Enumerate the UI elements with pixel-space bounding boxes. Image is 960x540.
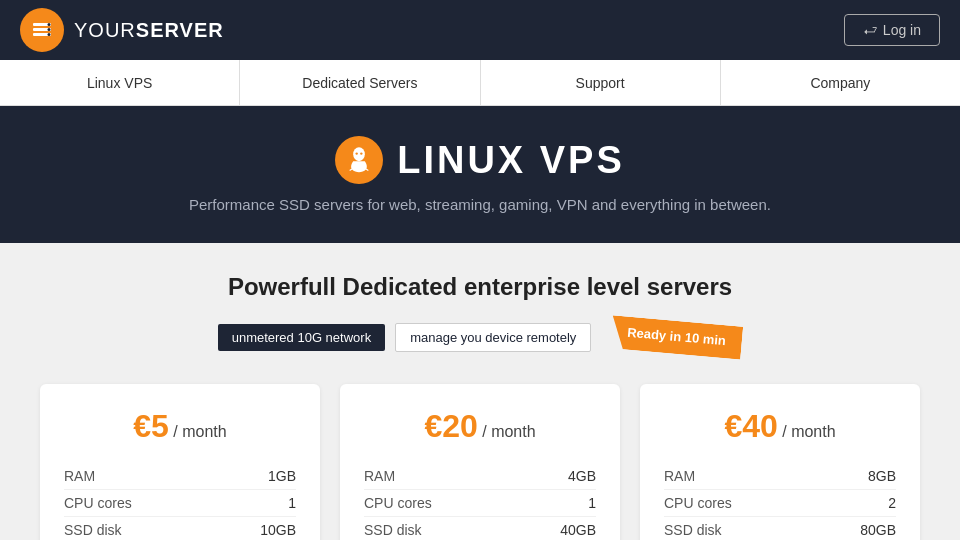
price-period-40: / month <box>782 423 835 440</box>
logo-text: YOURSERVER <box>74 19 224 42</box>
spec-row-cpu-20: CPU cores 1 <box>364 490 596 517</box>
spec-value-ram-5: 1GB <box>268 468 296 484</box>
nav-item-company[interactable]: Company <box>721 60 960 105</box>
spec-row-ssd-20: SSD disk 40GB <box>364 517 596 540</box>
main-content: Powerfull Dedicated enterprise level ser… <box>0 243 960 540</box>
price-amount-40: €40 <box>724 408 777 444</box>
pricing-card-5: €5 / month RAM 1GB CPU cores 1 SSD disk … <box>40 384 320 540</box>
nav-item-dedicated-servers[interactable]: Dedicated Servers <box>240 60 480 105</box>
nav-item-linux-vps[interactable]: Linux VPS <box>0 60 240 105</box>
spec-row-ram-5: RAM 1GB <box>64 463 296 490</box>
svg-point-3 <box>48 23 51 26</box>
spec-label-cpu-20: CPU cores <box>364 495 432 511</box>
logo-area: YOURSERVER <box>20 8 224 52</box>
spec-label-cpu-40: CPU cores <box>664 495 732 511</box>
hero-title: LINUX VPS <box>397 139 625 182</box>
main-nav: Linux VPS Dedicated Servers Support Comp… <box>0 60 960 106</box>
spec-label-cpu-5: CPU cores <box>64 495 132 511</box>
spec-label-ssd-20: SSD disk <box>364 522 422 538</box>
login-icon: ⮐ <box>863 22 877 38</box>
header: YOURSERVER ⮐ Log in <box>0 0 960 60</box>
card-price-40: €40 / month <box>664 408 896 445</box>
spec-value-ssd-40: 80GB <box>860 522 896 538</box>
price-period-20: / month <box>482 423 535 440</box>
linux-icon <box>335 136 383 184</box>
main-headline: Powerfull Dedicated enterprise level ser… <box>228 273 732 301</box>
hero-title-row: LINUX VPS <box>20 136 940 184</box>
ready-badge: Ready in 10 min <box>610 315 743 359</box>
svg-point-8 <box>360 152 362 154</box>
spec-row-cpu-5: CPU cores 1 <box>64 490 296 517</box>
spec-row-ssd-40: SSD disk 80GB <box>664 517 896 540</box>
badges-row: unmetered 10G network manage you device … <box>40 321 920 354</box>
spec-value-cpu-20: 1 <box>588 495 596 511</box>
spec-row-ram-20: RAM 4GB <box>364 463 596 490</box>
spec-value-ssd-20: 40GB <box>560 522 596 538</box>
spec-row-cpu-40: CPU cores 2 <box>664 490 896 517</box>
svg-point-5 <box>48 33 51 36</box>
pricing-card-40: €40 / month RAM 8GB CPU cores 2 SSD disk… <box>640 384 920 540</box>
card-price-20: €20 / month <box>364 408 596 445</box>
price-period-5: / month <box>173 423 226 440</box>
svg-point-7 <box>356 152 358 154</box>
svg-point-6 <box>353 147 365 161</box>
spec-row-ssd-5: SSD disk 10GB <box>64 517 296 540</box>
price-amount-20: €20 <box>424 408 477 444</box>
hero-section: LINUX VPS Performance SSD servers for we… <box>0 106 960 243</box>
hero-subtitle: Performance SSD servers for web, streami… <box>20 196 940 213</box>
spec-value-cpu-5: 1 <box>288 495 296 511</box>
spec-label-ram-40: RAM <box>664 468 695 484</box>
price-amount-5: €5 <box>133 408 169 444</box>
pricing-card-20: €20 / month RAM 4GB CPU cores 1 SSD disk… <box>340 384 620 540</box>
spec-row-ram-40: RAM 8GB <box>664 463 896 490</box>
badge-network: unmetered 10G network <box>218 324 385 351</box>
spec-value-ssd-5: 10GB <box>260 522 296 538</box>
spec-value-cpu-40: 2 <box>888 495 896 511</box>
section-headline: Powerfull Dedicated enterprise level ser… <box>40 273 920 301</box>
logo-icon <box>20 8 64 52</box>
spec-label-ram-20: RAM <box>364 468 395 484</box>
badge-remote: manage you device remotely <box>395 323 591 352</box>
card-price-5: €5 / month <box>64 408 296 445</box>
svg-point-4 <box>48 28 51 31</box>
spec-label-ssd-40: SSD disk <box>664 522 722 538</box>
spec-label-ram-5: RAM <box>64 468 95 484</box>
spec-label-ssd-5: SSD disk <box>64 522 122 538</box>
login-button[interactable]: ⮐ Log in <box>844 14 940 46</box>
nav-item-support[interactable]: Support <box>481 60 721 105</box>
spec-value-ram-40: 8GB <box>868 468 896 484</box>
spec-value-ram-20: 4GB <box>568 468 596 484</box>
pricing-cards: €5 / month RAM 1GB CPU cores 1 SSD disk … <box>40 384 920 540</box>
